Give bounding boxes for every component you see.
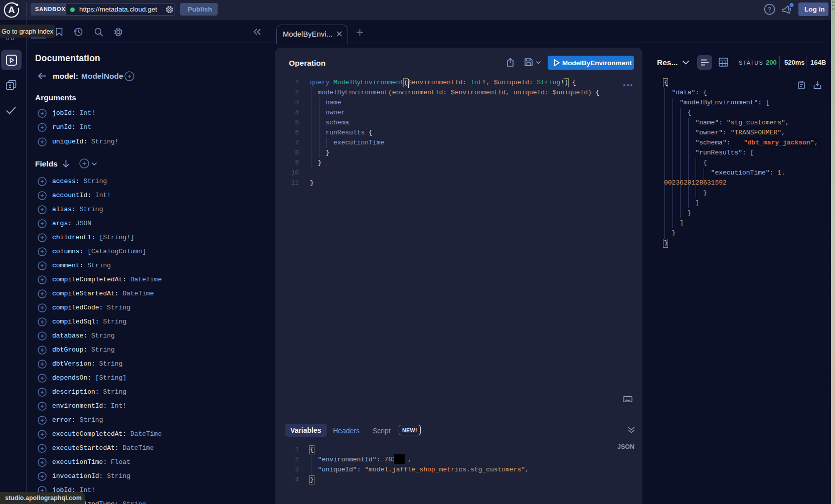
svg-text:A: A: [9, 5, 15, 15]
svg-text:?: ?: [768, 6, 771, 13]
